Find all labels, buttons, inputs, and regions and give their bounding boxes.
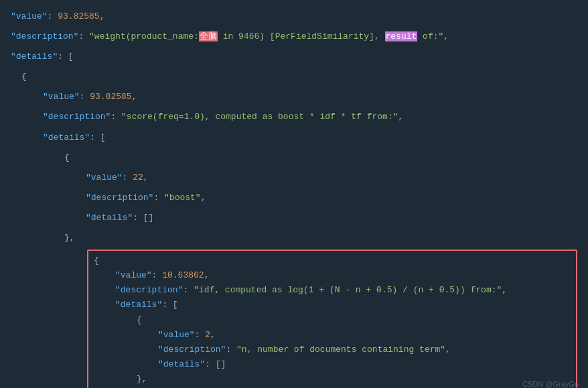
key-inner-value: "value"	[43, 92, 80, 102]
line-idf-open: {	[94, 254, 571, 268]
key-boost-details: "details"	[86, 213, 133, 223]
idf-desc-string: "idf, computed as log(1 + (N - n + 0.5) …	[194, 285, 502, 295]
line-idf-desc: "description": "idf, computed as log(1 +…	[94, 283, 571, 298]
line-boost-open: {	[0, 148, 588, 168]
line-inner-details: "details": [	[0, 128, 588, 148]
chinese-text: 全脑	[199, 31, 218, 41]
key-idf-desc: "description"	[115, 285, 183, 295]
key-inner-desc: "description"	[43, 112, 111, 122]
num-n: 2	[205, 330, 210, 340]
line-top-details: "details": [	[0, 47, 588, 67]
key-n-details: "details"	[158, 359, 205, 369]
line-open-brace-1: {	[0, 67, 588, 87]
desc-string: "weight(product_name:全脑 in 9466) [PerFie…	[89, 31, 443, 41]
key-description: "description"	[11, 31, 78, 41]
line-boost-desc: "description": "boost",	[0, 188, 588, 208]
code-container: "value": 93.82585, "description": "weigh…	[0, 7, 588, 388]
result-highlight: result	[385, 31, 418, 41]
boost-desc-string: "boost"	[164, 193, 201, 203]
line-boost-close: },	[0, 228, 588, 248]
line-n-close: },	[94, 372, 571, 387]
red-box-content: { "value": 10.63862, "description": "idf…	[94, 254, 571, 388]
line-idf-value: "value": 10.63862,	[94, 268, 571, 283]
line-inner-description: "description": "score(freq=1.0), compute…	[0, 107, 588, 127]
line-n-desc: "description": "n, number of documents c…	[94, 343, 571, 357]
line-inner-value: "value": 93.82585,	[0, 87, 588, 107]
key-n-value: "value"	[158, 330, 195, 340]
line-boost-value: "value": 22,	[0, 168, 588, 188]
line-idf-details: "details": [	[94, 298, 571, 312]
line-n-value: "value": 2,	[94, 328, 571, 343]
key-details-top: "details"	[11, 52, 58, 62]
num-boost: 22	[133, 173, 143, 183]
key-n-desc: "description"	[158, 345, 226, 355]
line-n-open: {	[94, 313, 571, 328]
num-idf: 10.63862	[162, 270, 204, 280]
watermark: CSDN @GrayGo	[522, 380, 579, 388]
num-value: 93.82585	[58, 11, 99, 21]
line-boost-details: "details": []	[0, 208, 588, 228]
red-highlighted-box: { "value": 10.63862, "description": "idf…	[87, 250, 577, 388]
key-inner-details: "details"	[43, 132, 90, 142]
inner-desc-string: "score(freq=1.0), computed as boost * id…	[121, 112, 398, 122]
num-inner-value: 93.82585	[90, 92, 131, 102]
line-top-description: "description": "weight(product_name:全脑 i…	[0, 27, 588, 47]
key-boost-desc: "description"	[86, 193, 153, 203]
n-desc-string: "n, number of documents containing term"	[236, 345, 445, 355]
key-idf-value: "value"	[115, 270, 152, 280]
line-n-details: "details": []	[94, 357, 571, 372]
key-value: "value"	[11, 11, 48, 21]
key-idf-details: "details"	[115, 300, 162, 310]
line-top-value: "value": 93.82585,	[0, 7, 588, 27]
key-boost-value: "value"	[86, 173, 123, 183]
